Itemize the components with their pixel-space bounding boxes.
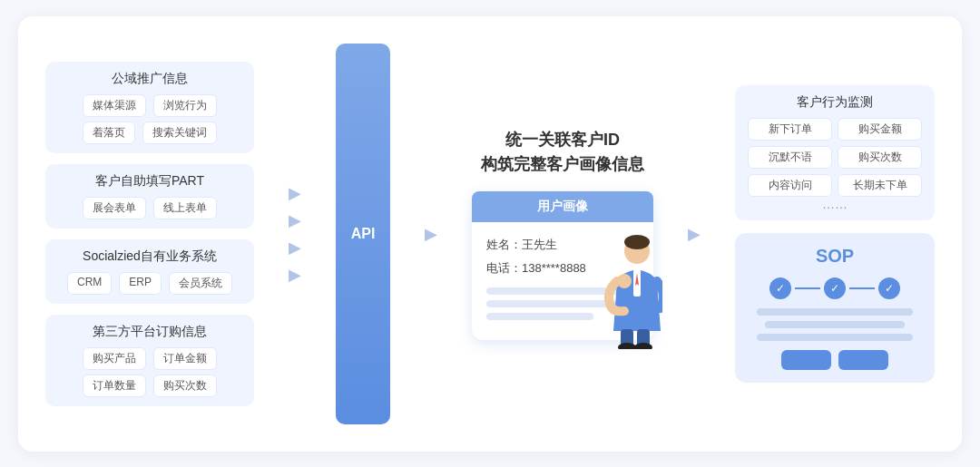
- arrow-api-center: ▶: [425, 226, 437, 242]
- tag-crm: CRM: [67, 272, 112, 295]
- group-social-business-title: Socialzied自有业务系统: [58, 248, 241, 265]
- sop-title: SOP: [748, 246, 922, 267]
- tag-row-3: 展会表单 线上表单: [58, 197, 241, 219]
- tag-buy-amount: 购买金额: [838, 118, 922, 141]
- arrow-4: ▶: [289, 267, 301, 283]
- tag-browse-behavior: 浏览行为: [153, 94, 217, 117]
- sop-btn-1[interactable]: [781, 350, 831, 370]
- group-third-party: 第三方平台订购信息 购买产品 订单金额 订单数量 购买次数: [45, 315, 254, 406]
- center-to-right-arrow: ▶: [688, 226, 701, 242]
- group-social-business: Socialzied自有业务系统 CRM ERP 会员系统: [45, 239, 254, 304]
- center-title-line2: 构筑完整客户画像信息: [481, 155, 644, 173]
- right-section: 客户行为监测 新下订单 购买金额 沉默不语 购买次数 内容访问 长期未下单 ………: [735, 85, 935, 383]
- arrow-3: ▶: [289, 239, 301, 256]
- tag-order-count: 订单数量: [83, 375, 146, 397]
- tag-membership: 会员系统: [169, 272, 232, 295]
- tag-buy-count: 购买次数: [838, 146, 922, 169]
- group-public-promo: 公域推广信息 媒体渠源 浏览行为 着落页 搜索关键词: [45, 62, 254, 153]
- tag-order-amount: 订单金额: [153, 347, 217, 370]
- arrow-1: ▶: [289, 185, 301, 201]
- tag-purchase-times: 购买次数: [153, 375, 217, 397]
- tag-row-2: 着落页 搜索关键词: [58, 122, 241, 144]
- sop-grey-1: [757, 308, 914, 316]
- sop-step-3: ✓: [878, 277, 900, 299]
- behavior-box: 客户行为监测 新下订单 购买金额 沉默不语 购买次数 内容访问 长期未下单 ……: [735, 85, 935, 220]
- tag-expo-form: 展会表单: [83, 197, 146, 219]
- center-title: 统一关联客户ID 构筑完整客户画像信息: [481, 128, 644, 177]
- sop-line-2: [849, 287, 875, 289]
- dots: ……: [748, 197, 922, 211]
- tag-erp: ERP: [119, 272, 162, 295]
- sop-line-1: [795, 287, 820, 289]
- tag-search-keyword: 搜索关键词: [142, 122, 217, 144]
- tag-long-no-order: 长期未下单: [838, 174, 922, 197]
- api-bar: API: [336, 44, 390, 424]
- sop-steps: ✓ ✓ ✓: [748, 277, 922, 299]
- profile-card-header: 用户画像: [472, 191, 653, 222]
- sop-btn-2[interactable]: [838, 350, 888, 370]
- center-section: 统一关联客户ID 构筑完整客户画像信息 用户画像 姓名：王先生 电话：138**…: [472, 128, 653, 340]
- svg-point-7: [618, 343, 636, 349]
- tag-row-4: CRM ERP 会员系统: [58, 272, 241, 295]
- group-customer-fill: 客户自助填写PART 展会表单 线上表单: [45, 164, 254, 229]
- tag-row-1: 媒体渠源 浏览行为: [58, 94, 241, 117]
- tag-silent: 沉默不语: [748, 146, 832, 169]
- main-container: 公域推广信息 媒体渠源 浏览行为 着落页 搜索关键词 客户自助填写PART 展会…: [18, 16, 962, 452]
- tag-row-5: 购买产品 订单金额: [58, 347, 241, 370]
- tag-purchase-product: 购买产品: [83, 347, 146, 370]
- api-label: API: [351, 226, 376, 242]
- sop-step-1: ✓: [769, 277, 791, 299]
- sop-buttons: [748, 350, 922, 370]
- behavior-title: 客户行为监测: [748, 94, 922, 111]
- tag-media-source: 媒体渠源: [83, 94, 146, 117]
- person-figure: [590, 231, 662, 340]
- svg-point-4: [617, 274, 632, 288]
- profile-card: 用户画像 姓名：王先生 电话：138****8888: [472, 191, 653, 340]
- svg-point-1: [624, 235, 650, 249]
- tag-landing-page: 着落页: [83, 122, 135, 144]
- tag-row-6: 订单数量 购买次数: [58, 375, 241, 397]
- group-third-party-title: 第三方平台订购信息: [58, 324, 241, 340]
- group-customer-fill-title: 客户自助填写PART: [58, 173, 241, 190]
- center-title-line1: 统一关联客户ID: [505, 131, 620, 149]
- sop-grey-2: [765, 321, 905, 328]
- api-to-center-arrow: ▶: [425, 226, 437, 242]
- grey-line-3: [486, 313, 593, 320]
- arrow-2: ▶: [289, 212, 301, 229]
- tag-online-form: 线上表单: [153, 197, 217, 219]
- tag-content-visit: 内容访问: [748, 174, 832, 197]
- sop-grey-lines: [748, 308, 922, 341]
- left-section: 公域推广信息 媒体渠源 浏览行为 着落页 搜索关键词 客户自助填写PART 展会…: [45, 62, 254, 406]
- sop-grey-3: [757, 334, 914, 341]
- left-arrows: ▶ ▶ ▶ ▶: [289, 185, 301, 283]
- group-public-promo-title: 公域推广信息: [58, 71, 241, 87]
- sop-step-2: ✓: [824, 277, 846, 299]
- arrow-center-right: ▶: [688, 226, 701, 242]
- tag-new-order: 新下订单: [748, 118, 832, 141]
- svg-point-8: [634, 343, 652, 349]
- behavior-tags: 新下订单 购买金额 沉默不语 购买次数 内容访问 长期未下单: [748, 118, 922, 197]
- sop-box: SOP ✓ ✓ ✓: [735, 233, 935, 383]
